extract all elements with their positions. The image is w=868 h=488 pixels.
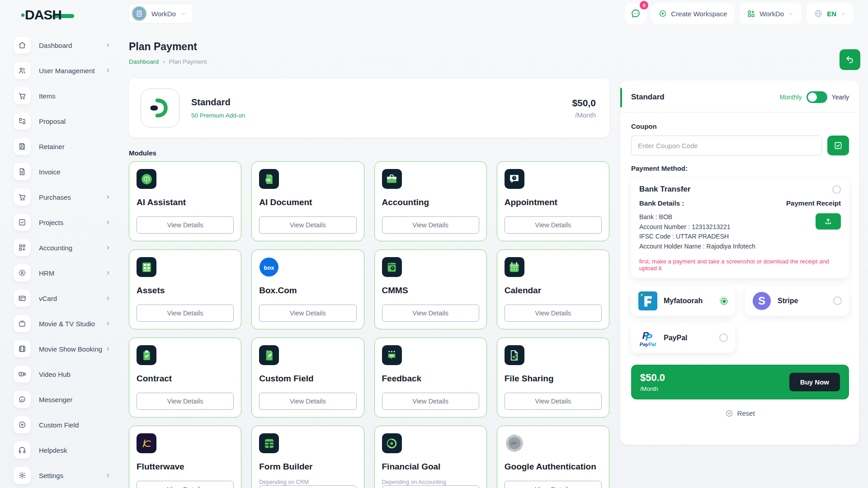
module-card-contract[interactable]: ContractView Details [129, 338, 241, 418]
view-details-button[interactable]: View Details [259, 485, 356, 488]
view-details-button[interactable]: View Details [137, 393, 234, 410]
language-label: EN [827, 10, 836, 18]
sidebar-item-custom-field[interactable]: Custom Field [0, 412, 127, 437]
sidebar-item-invoice[interactable]: Invoice [0, 159, 127, 184]
bank-transfer-card[interactable]: Bank Transfer Bank Details : Bank : BOBA… [631, 178, 849, 278]
google-auth-icon [505, 433, 524, 453]
sidebar-item-hrm[interactable]: HRM [0, 260, 127, 286]
sidebar-item-retainer[interactable]: Retainer [0, 134, 127, 159]
plan-name: Standard [191, 97, 245, 108]
bank-transfer-radio[interactable] [832, 185, 841, 194]
flutterwave-icon [137, 433, 156, 453]
sidebar-item-settings[interactable]: Settings [0, 463, 127, 488]
sidebar-item-label: Items [39, 92, 56, 100]
chevron-down-icon [788, 11, 794, 17]
cmms-icon [382, 257, 402, 277]
view-details-button[interactable]: View Details [259, 305, 356, 322]
sidebar-item-dashboard[interactable]: Dashboard [0, 33, 127, 58]
module-card-ai-assistant[interactable]: AI AssistantView Details [129, 161, 241, 241]
coupon-label: Coupon [631, 122, 849, 130]
create-workspace-button[interactable]: Create Workspace [651, 3, 734, 24]
module-card-cmms[interactable]: CMMSView Details [374, 249, 487, 329]
method-stripe[interactable]: SStripe [745, 286, 849, 316]
module-card-ai-document[interactable]: AiAI DocumentView Details [251, 161, 364, 241]
workspace-selector[interactable]: WorkDo [129, 4, 193, 23]
language-selector[interactable]: EN [807, 3, 854, 24]
billing-toggle[interactable] [807, 91, 827, 103]
view-details-button[interactable]: View Details [137, 305, 234, 322]
sidebar-item-projects[interactable]: Projects [0, 210, 127, 235]
video-icon [14, 366, 31, 383]
chevron-right-icon [105, 346, 111, 352]
sidebar-item-purchases[interactable]: Purchases [0, 184, 127, 210]
module-card-assets[interactable]: AssetsView Details [129, 249, 241, 329]
dash-logo: DASH [25, 7, 74, 23]
sidebar-item-user-management[interactable]: User Management [0, 58, 127, 83]
main-content: Plan Payment Dashboard › Plan Payment St… [129, 41, 609, 488]
view-details-button[interactable]: View Details [382, 393, 479, 410]
summary-period: /Month [640, 385, 665, 392]
radio-myfatoorah[interactable] [719, 296, 728, 305]
workdo-menu-label: WorkDo [760, 10, 784, 18]
breadcrumb-dashboard-link[interactable]: Dashboard [129, 58, 159, 65]
form-grid-icon [259, 433, 279, 453]
upload-receipt-button[interactable] [816, 213, 841, 230]
module-card-google-authentication[interactable]: Google AuthenticationView Details [497, 426, 609, 488]
view-details-button[interactable]: View Details [137, 216, 234, 234]
module-card-box-com[interactable]: boxBox.ComView Details [251, 249, 364, 329]
chevron-right-icon [105, 244, 111, 251]
view-details-button[interactable]: View Details [505, 305, 602, 322]
view-details-button[interactable]: View Details [505, 481, 602, 488]
module-card-form-builder[interactable]: Form BuilderDepending on CRMView Details [251, 426, 364, 488]
view-details-button[interactable]: View Details [137, 481, 234, 488]
view-details-button[interactable]: View Details [382, 216, 479, 234]
sidebar-item-accounting[interactable]: Accounting [0, 235, 127, 260]
apply-coupon-button[interactable] [827, 136, 849, 155]
sidebar-item-items[interactable]: Items [0, 83, 127, 108]
chat-button[interactable]: 0 [625, 3, 646, 24]
view-details-button[interactable]: View Details [505, 216, 602, 234]
module-card-financial-goal[interactable]: Financial GoalDepending on AccountingVie… [374, 426, 487, 488]
sidebar-item-movie-show-booking[interactable]: Movie Show Booking [0, 336, 127, 361]
sidebar-item-vcard[interactable]: vCard [0, 286, 127, 311]
cart-icon [14, 188, 31, 206]
view-details-button[interactable]: View Details [505, 393, 602, 410]
view-details-button[interactable]: View Details [382, 305, 479, 322]
module-card-custom-field[interactable]: Custom FieldView Details [251, 338, 364, 418]
chevron-right-icon [105, 67, 111, 74]
method-myfatoorah[interactable]: Myfatoorah [631, 286, 735, 316]
premium-addon-link[interactable]: 50 Premium Add-on [191, 112, 245, 119]
sidebar-item-movie-tv-studio[interactable]: Movie & TV Studio [0, 311, 127, 336]
sidebar-item-proposal[interactable]: Proposal [0, 108, 127, 134]
coupon-input[interactable] [631, 136, 822, 155]
chat-icon [630, 8, 641, 19]
workspace-name: WorkDo [151, 10, 176, 18]
sidebar-item-video-hub[interactable]: Video Hub [0, 361, 127, 387]
view-details-button[interactable]: View Details [259, 393, 356, 410]
ai-doc-icon: Ai [259, 169, 279, 189]
method-paypal[interactable]: PPPayPalPayPal [631, 323, 735, 353]
buy-now-button[interactable]: Buy Now [789, 373, 840, 391]
chat-badge: 0 [640, 1, 648, 9]
radio-paypal[interactable] [719, 333, 728, 342]
plan-logo-icon [141, 89, 179, 127]
sidebar-item-messenger[interactable]: Messenger [0, 387, 127, 412]
building-icon [132, 6, 147, 21]
back-button[interactable] [840, 49, 860, 70]
module-card-accounting[interactable]: AccountingView Details [374, 161, 487, 241]
module-title: AI Document [259, 197, 356, 207]
module-card-file-sharing[interactable]: File SharingView Details [497, 338, 609, 418]
sidebar-item-helpdesk[interactable]: Helpdesk [0, 437, 127, 463]
file-share-icon [505, 345, 524, 365]
view-details-button[interactable]: View Details [259, 216, 356, 234]
proposal-icon [14, 113, 31, 130]
module-card-appointment[interactable]: AppointmentView Details [497, 161, 609, 241]
sidebar-item-label: Messenger [39, 396, 72, 404]
module-card-flutterwave[interactable]: FlutterwaveView Details [129, 426, 241, 488]
module-card-feedback[interactable]: FeedbackView Details [374, 338, 487, 418]
workdo-menu-button[interactable]: WorkDo [740, 3, 801, 24]
radio-stripe[interactable] [833, 296, 842, 305]
module-card-calendar[interactable]: CalendarView Details [497, 249, 609, 329]
view-details-button[interactable]: View Details [382, 485, 479, 488]
reset-button[interactable]: Reset [631, 409, 849, 418]
